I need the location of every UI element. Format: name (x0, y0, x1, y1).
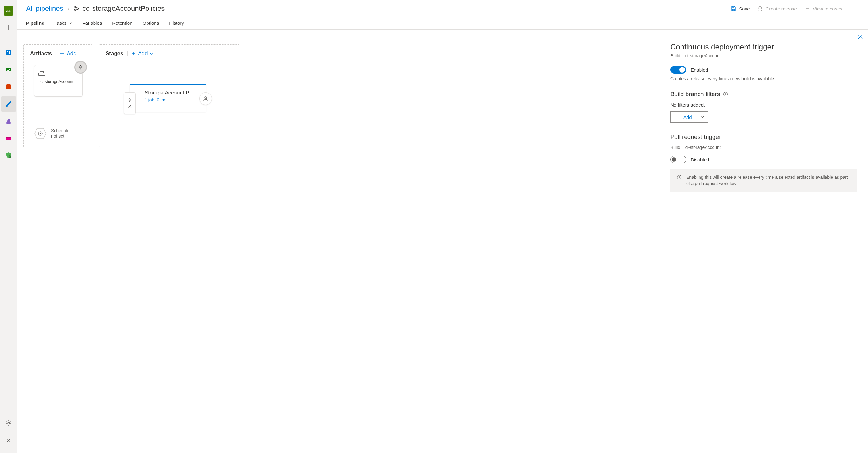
svg-rect-22 (725, 94, 726, 95)
rail-settings[interactable] (1, 416, 16, 431)
add-artifact-button[interactable]: Add (60, 51, 76, 57)
view-releases-button: View releases (805, 6, 842, 11)
breadcrumb-current-text: cd-storageAccountPolicies (83, 4, 165, 13)
save-icon (731, 6, 736, 11)
chevron-down-icon (149, 52, 153, 56)
svg-point-21 (725, 93, 726, 94)
save-button[interactable]: Save (731, 6, 750, 11)
add-stage-button[interactable]: Add (131, 51, 153, 57)
tab-retention[interactable]: Retention (112, 17, 132, 30)
stage-title: Storage Account P... (145, 90, 200, 96)
stages-container: Stages | Add Storage Accoun (99, 44, 239, 147)
artifact-card[interactable]: _ci-storageAccount (34, 65, 83, 97)
tab-options[interactable]: Options (143, 17, 159, 30)
pr-trigger-toggle-label: Disabled (691, 157, 709, 162)
panel-title: Continuous deployment trigger (670, 42, 857, 51)
rail-add[interactable] (1, 20, 16, 35)
breadcrumb-root[interactable]: All pipelines (26, 4, 63, 13)
avatar: AL (4, 6, 13, 15)
no-filters-text: No filters added. (670, 102, 857, 107)
cd-trigger-toggle-label: Enabled (691, 67, 708, 73)
person-icon (203, 96, 208, 101)
artifacts-container: Artifacts | Add _ci-storageAccount (24, 44, 92, 147)
svg-point-18 (129, 105, 131, 106)
person-icon (127, 104, 132, 109)
svg-point-19 (205, 97, 207, 99)
list-icon (805, 6, 810, 11)
rocket-icon (757, 6, 763, 11)
schedule-line2: not set (51, 133, 69, 139)
left-rail: AL (0, 0, 17, 453)
tab-variables[interactable]: Variables (83, 17, 102, 30)
rail-boards[interactable] (1, 45, 16, 60)
info-icon[interactable] (723, 92, 728, 97)
more-actions-button[interactable]: ··· (850, 5, 859, 12)
rail-collapse[interactable] (1, 433, 16, 448)
rail-pipelines[interactable] (1, 96, 16, 111)
svg-rect-4 (6, 84, 11, 89)
chevron-double-right-icon (6, 438, 11, 443)
svg-point-6 (6, 105, 8, 107)
add-filter-dropdown[interactable] (697, 111, 708, 122)
plus-icon (676, 115, 680, 119)
canvas-wrap: Artifacts | Add _ci-storageAccount (17, 30, 868, 453)
stage-jobs-link[interactable]: 1 job, 0 task (145, 97, 200, 102)
rail-test[interactable] (1, 114, 16, 129)
svg-rect-1 (7, 51, 8, 52)
svg-rect-0 (6, 51, 11, 55)
tab-pipeline[interactable]: Pipeline (26, 17, 44, 30)
chevron-down-icon (701, 115, 704, 119)
rail-packages[interactable] (1, 131, 16, 146)
stage-card[interactable]: Storage Account P... 1 job, 0 task (130, 84, 206, 112)
lightning-icon (127, 98, 132, 102)
svg-rect-5 (8, 86, 9, 86)
panel-close-button[interactable] (858, 34, 863, 39)
artifact-trigger-button[interactable] (74, 61, 87, 73)
pr-trigger-info: Enabling this will create a release ever… (670, 169, 857, 192)
stages-header: Stages (106, 51, 123, 57)
svg-point-14 (77, 8, 79, 9)
svg-point-24 (679, 176, 680, 176)
close-icon (858, 34, 863, 39)
schedule-line1: Schedule (51, 128, 69, 134)
svg-point-12 (74, 6, 75, 8)
svg-point-13 (74, 9, 75, 11)
add-filter-button[interactable]: Add (670, 111, 708, 123)
tab-tasks[interactable]: Tasks (55, 17, 72, 30)
svg-point-7 (9, 101, 11, 103)
cd-trigger-description: Creates a release every time a new build… (670, 76, 857, 81)
build-source-icon (38, 69, 46, 77)
plus-icon (131, 51, 136, 56)
svg-rect-2 (9, 51, 10, 54)
artifacts-header: Artifacts (30, 51, 52, 57)
breadcrumb-row: All pipelines › cd-storageAccountPolicie… (17, 0, 868, 17)
gear-icon (5, 420, 12, 426)
svg-rect-25 (679, 177, 679, 179)
rail-repos[interactable] (1, 62, 16, 77)
svg-rect-9 (6, 137, 11, 138)
artifact-name: _ci-storageAccount (38, 79, 79, 85)
plus-icon (60, 51, 65, 56)
clock-icon (38, 131, 43, 136)
schedule-row[interactable]: Schedule not set (34, 128, 69, 139)
rail-security[interactable] (1, 148, 16, 163)
post-deploy-conditions-button[interactable] (199, 92, 212, 105)
rail-artifacts[interactable] (1, 79, 16, 94)
pr-trigger-header: Pull request trigger (670, 133, 857, 140)
tabs: Pipeline Tasks Variables Retention Optio… (17, 17, 868, 30)
lightning-icon (78, 64, 84, 70)
main: All pipelines › cd-storageAccountPolicie… (17, 0, 868, 453)
panel-build-ref: Build: _ci-storageAccount (670, 53, 857, 58)
svg-rect-15 (39, 73, 45, 75)
svg-point-11 (8, 422, 9, 424)
cd-trigger-toggle[interactable] (670, 66, 686, 73)
breadcrumb-sep-icon: › (67, 5, 69, 12)
tab-history[interactable]: History (169, 17, 184, 30)
pr-trigger-toggle[interactable] (670, 156, 686, 163)
create-release-button: Create release (757, 6, 797, 11)
pipeline-icon (73, 5, 79, 12)
pre-deploy-conditions-button[interactable] (124, 92, 136, 115)
project-avatar[interactable]: AL (1, 3, 16, 19)
settings-panel: Continuous deployment trigger Build: _ci… (659, 30, 868, 453)
chevron-down-icon (68, 21, 72, 25)
